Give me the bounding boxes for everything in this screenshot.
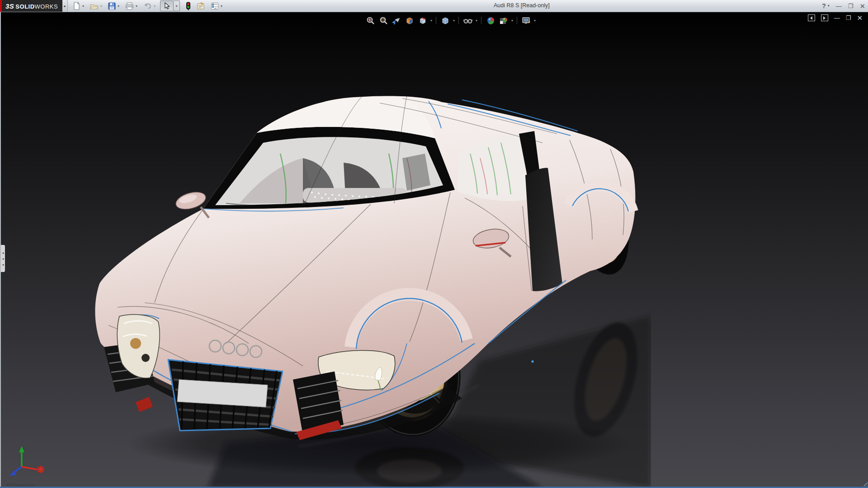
feature-manager-collapsed-tab[interactable]: ◂ ◂ ◂ — [1, 245, 5, 272]
new-document-button[interactable] — [71, 0, 82, 11]
close-button[interactable]: ✕ — [859, 3, 865, 9]
open-caret[interactable]: ▾ — [100, 4, 104, 8]
print-icon — [125, 2, 134, 10]
zoom-to-area-icon — [379, 16, 388, 25]
undo-caret[interactable]: ▾ — [153, 4, 157, 8]
options-caret[interactable]: ▾ — [220, 4, 224, 8]
zoom-to-fit-icon — [366, 16, 375, 25]
edit-appearance-icon — [486, 16, 495, 25]
select-cursor-icon — [164, 2, 170, 9]
logo-glyph: 3S — [5, 2, 14, 10]
collapse-left-panel-button[interactable] — [808, 14, 815, 21]
solidworks-logo: 3SSOLIDWORKS — [0, 0, 62, 12]
toolbar-separator — [458, 17, 459, 24]
display-style-button[interactable] — [439, 15, 451, 26]
undo-button[interactable] — [142, 0, 153, 11]
display-style-caret[interactable]: ▾ — [453, 19, 455, 23]
save-icon — [108, 2, 116, 10]
section-view-icon — [405, 16, 414, 25]
note-icon — [196, 2, 205, 10]
toolbar-separator — [436, 17, 436, 24]
zoom-to-area-button[interactable] — [377, 15, 389, 26]
new-document-caret[interactable]: ▾ — [82, 4, 85, 8]
display-style-icon — [441, 16, 450, 25]
print-button[interactable] — [124, 0, 135, 11]
resize-grip[interactable] — [861, 481, 868, 486]
select-tool-button[interactable] — [160, 0, 174, 11]
front-left-red-accent — [136, 397, 153, 412]
edit-appearance-button[interactable] — [485, 15, 496, 26]
options-button[interactable] — [209, 0, 220, 11]
window-controls: ? ▾ — ❐ ✕ — [822, 0, 865, 12]
apply-scene-button[interactable] — [498, 15, 509, 26]
view-settings-caret[interactable]: ▾ — [533, 19, 536, 23]
view-orientation-button[interactable] — [417, 15, 429, 26]
zoom-to-fit-button[interactable] — [364, 15, 376, 26]
previous-view-button[interactable] — [391, 15, 402, 26]
apply-scene-icon — [499, 16, 508, 25]
audi-r8-model[interactable] — [90, 90, 651, 488]
title-bar: 3SSOLIDWORKS ▸ ▾ — [0, 0, 868, 12]
logo-bold-text: SOLID — [15, 3, 34, 10]
headsup-view-toolbar: ▾ ▾ ▾ — [364, 15, 536, 26]
collapse-right-panel-button[interactable] — [821, 14, 828, 21]
toolbar-separator — [517, 17, 517, 24]
window-title: Audi R8 S [Read-only] — [494, 2, 550, 9]
save-button[interactable] — [107, 0, 117, 11]
section-view-button[interactable] — [404, 15, 415, 26]
save-caret[interactable]: ▾ — [117, 4, 121, 8]
document-close-button[interactable]: ✕ — [857, 14, 863, 21]
new-document-icon — [73, 2, 80, 10]
toolbar-separator — [481, 17, 481, 24]
help-caret[interactable]: ▾ — [828, 4, 830, 8]
hide-show-items-icon — [463, 16, 473, 25]
main-toolbar: ▾ ▾ — [71, 0, 227, 11]
note-button[interactable] — [195, 0, 207, 11]
hide-show-items-caret[interactable]: ▾ — [475, 19, 478, 23]
right-triangle-icon — [823, 16, 826, 20]
restore-button[interactable]: ❐ — [848, 3, 854, 9]
logo-red-strip — [0, 0, 2, 12]
left-triangle-icon — [810, 16, 812, 20]
view-orientation-caret[interactable]: ▾ — [430, 19, 433, 23]
view-orientation-icon — [418, 16, 427, 25]
front-grille[interactable] — [168, 360, 283, 431]
options-icon — [211, 2, 219, 10]
print-caret[interactable]: ▾ — [135, 4, 139, 8]
undo-icon — [143, 2, 152, 10]
view-settings-button[interactable] — [520, 15, 532, 26]
graphics-viewport[interactable]: ▾ ▾ ▾ — [0, 12, 868, 488]
solidworks-window: 3SSOLIDWORKS ▸ ▾ — [0, 0, 868, 488]
help-button[interactable]: ? — [822, 3, 826, 9]
logo-light-text: WORKS — [35, 3, 58, 10]
open-icon — [90, 2, 99, 10]
document-restore-button[interactable]: ❐ — [846, 15, 851, 21]
reference-triad — [5, 444, 47, 480]
previous-view-icon — [392, 16, 401, 25]
traffic-light-icon — [186, 2, 191, 10]
minimize-button[interactable]: — — [836, 3, 842, 9]
document-window-controls: — ❐ ✕ — [808, 14, 863, 21]
rebuild-traffic-light-button[interactable] — [184, 0, 192, 11]
apply-scene-caret[interactable]: ▾ — [511, 19, 514, 23]
document-minimize-button[interactable]: — — [834, 15, 840, 21]
open-button[interactable] — [89, 0, 100, 11]
menu-expand-arrow[interactable]: ▸ — [62, 0, 68, 12]
view-settings-icon — [522, 16, 531, 25]
select-tool-caret[interactable]: ▾ — [174, 0, 180, 11]
hide-show-items-button[interactable] — [462, 15, 474, 26]
vertex-marker[interactable] — [532, 361, 534, 363]
